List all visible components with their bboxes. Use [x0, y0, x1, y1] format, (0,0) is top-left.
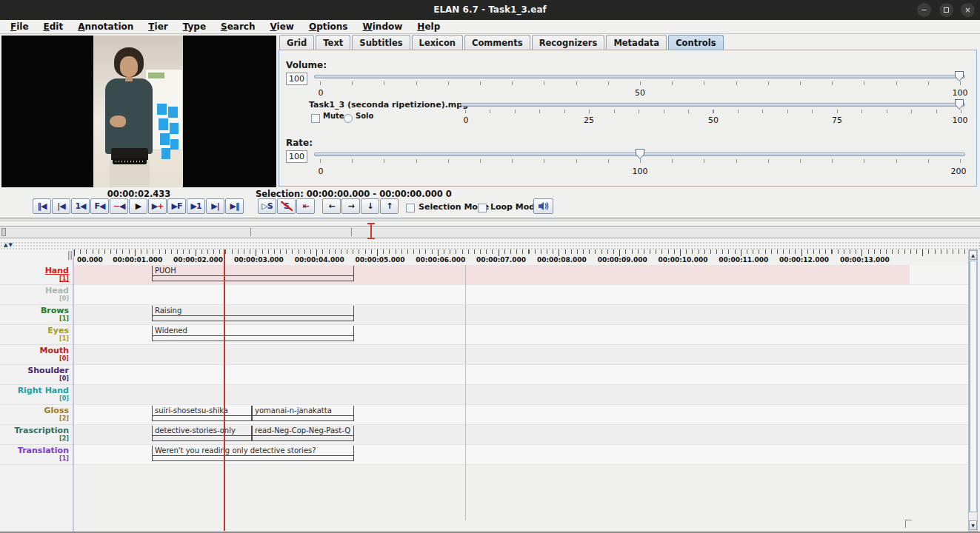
minimize-button[interactable]: −	[917, 3, 931, 17]
maximize-button[interactable]	[939, 3, 953, 17]
active-annotation-left-button[interactable]: ←	[322, 198, 341, 214]
ruler-label: 00:00:09.000	[598, 256, 647, 264]
annotation[interactable]: yomanai-n-janakatta	[252, 406, 354, 421]
rate-value-field[interactable]: 100	[286, 150, 307, 163]
go-to-begin-button[interactable]: ‖◀	[33, 198, 51, 214]
pixel-backward-button[interactable]: −◀	[110, 198, 128, 214]
menu-help[interactable]: Help	[411, 21, 446, 32]
annotation[interactable]: suiri-shosetsu-shika	[152, 406, 252, 421]
menu-options[interactable]: Options	[303, 21, 354, 32]
seek-bar-handle[interactable]	[1, 228, 6, 236]
loop-mode-checkbox[interactable]	[478, 201, 487, 215]
tier-label-head[interactable]: Head[0]	[0, 285, 73, 305]
tier-panel-handle[interactable]	[68, 251, 72, 260]
annotation[interactable]: Widened	[152, 326, 354, 341]
media-end-marker	[905, 520, 912, 528]
tab-lexicon[interactable]: Lexicon	[412, 35, 463, 50]
rate-label: Rate:	[286, 138, 313, 148]
ruler-label: 00:00:11.000	[719, 256, 768, 264]
media-file-label: Task1_3 (seconda ripetizione).mpg	[309, 100, 468, 110]
media-seek-bar[interactable]	[0, 226, 980, 238]
scrollbar-thumb[interactable]	[969, 261, 977, 512]
window-title: ELAN 6.7 - Task1_3.eaf	[0, 4, 980, 15]
go-to-end-button[interactable]: ▶‖	[225, 198, 244, 214]
active-annotation-up-button[interactable]: ↑	[380, 198, 399, 214]
tab-metadata[interactable]: Metadata	[606, 35, 667, 50]
speaker-icon	[538, 201, 550, 211]
tier-row[interactable]	[74, 285, 968, 305]
annotation[interactable]: detective-stories-only	[152, 426, 252, 441]
media-volume-slider[interactable]	[461, 103, 965, 107]
frame-backward-button[interactable]: F◀	[90, 198, 109, 214]
mute-label: Mute	[323, 112, 344, 120]
tab-text[interactable]: Text	[316, 35, 350, 50]
active-annotation-right-button[interactable]: →	[341, 198, 360, 214]
annotation[interactable]: Raising	[152, 306, 354, 321]
seek-position-cursor[interactable]	[370, 223, 372, 239]
selection-mode-checkbox[interactable]	[406, 201, 415, 215]
ruler-label: 00:00:06.000	[416, 256, 465, 264]
pixel-forward-button[interactable]: ▶+	[148, 198, 167, 214]
ruler-label: 00:00:01.000	[113, 256, 162, 264]
tier-label-trascription[interactable]: Trascription[2]	[0, 425, 73, 445]
second-forward-button[interactable]: ▶1	[187, 198, 205, 214]
menu-tier[interactable]: Tier	[142, 21, 173, 32]
second-backward-button[interactable]: 1◀	[71, 198, 90, 214]
play-selection-button[interactable]: ▷S	[258, 198, 276, 214]
tier-label-right-hand[interactable]: Right Hand[0]	[0, 385, 73, 405]
next-scrollview-button[interactable]: ▶|	[206, 198, 224, 214]
video-frame	[93, 36, 183, 187]
tab-recognizers[interactable]: Recognizers	[532, 35, 605, 50]
annotation[interactable]: Weren't you reading only detective stori…	[152, 446, 354, 461]
volume-slider[interactable]	[314, 75, 965, 78]
playhead-crosshair[interactable]	[224, 249, 225, 531]
tab-controls[interactable]: Controls	[668, 35, 723, 50]
scroll-up-button[interactable]: ▲	[969, 250, 977, 260]
collapse-expand-arrows[interactable]: ▲▼	[4, 242, 13, 248]
video-panel	[1, 36, 276, 187]
menu-annotation[interactable]: Annotation	[72, 21, 139, 32]
menu-window[interactable]: Window	[357, 21, 409, 32]
media-timecode: 00:00:02.433	[74, 189, 204, 199]
tier-label-mouth[interactable]: Mouth[0]	[0, 345, 73, 365]
tier-row[interactable]	[74, 345, 968, 365]
tier-row[interactable]	[74, 385, 968, 405]
menu-type[interactable]: Type	[177, 21, 212, 32]
previous-scrollview-button[interactable]: |◀	[52, 198, 70, 214]
play-pause-button[interactable]: ▶	[129, 198, 147, 214]
tier-label-shoulder[interactable]: Shoulder[0]	[0, 365, 73, 385]
ruler-label: 00:00:02.000	[173, 256, 223, 264]
frame-forward-button[interactable]: ▶F	[167, 198, 186, 214]
volume-toggle-button[interactable]	[533, 198, 553, 214]
menu-edit[interactable]: Edit	[38, 21, 70, 32]
solo-circle[interactable]	[344, 114, 353, 123]
tier-row[interactable]	[74, 365, 968, 385]
controls-panel	[279, 50, 977, 187]
annotation[interactable]: PUOH	[152, 266, 354, 281]
selection-controls: ▷SS⇤	[258, 198, 315, 214]
menu-search[interactable]: Search	[215, 21, 261, 32]
title-bar: ELAN 6.7 - Task1_3.eaf − ×	[0, 0, 980, 20]
crosshair-to-selection-button[interactable]: ⇤	[296, 198, 315, 214]
close-button[interactable]: ×	[961, 3, 975, 17]
tier-label-brows[interactable]: Brows[1]	[0, 305, 73, 325]
tier-label-translation[interactable]: Translation[1]	[0, 445, 73, 465]
active-annotation-down-button[interactable]: ↓	[361, 198, 379, 214]
tab-comments[interactable]: Comments	[464, 35, 530, 50]
tab-grid[interactable]: Grid	[279, 35, 314, 50]
volume-label: Volume:	[286, 60, 327, 70]
tier-label-eyes[interactable]: Eyes[1]	[0, 325, 73, 345]
clear-selection-button[interactable]: S	[277, 198, 296, 214]
split-pane-divider[interactable]	[0, 218, 980, 221]
scroll-down-button[interactable]: ▼	[969, 520, 977, 530]
solo-radio[interactable]	[344, 112, 353, 126]
mute-checkbox[interactable]	[311, 112, 320, 126]
tab-subtitles[interactable]: Subtitles	[352, 35, 410, 50]
menu-file[interactable]: File	[4, 21, 35, 32]
mute-box[interactable]	[311, 114, 320, 123]
annotation[interactable]: read-Neg-Cop-Neg-Past-Q	[252, 426, 354, 441]
menu-view[interactable]: View	[264, 21, 300, 32]
tier-label-hand[interactable]: Hand[1]	[0, 265, 73, 285]
volume-value-field[interactable]: 100	[286, 73, 307, 85]
tier-label-gloss[interactable]: Gloss[2]	[0, 405, 73, 425]
